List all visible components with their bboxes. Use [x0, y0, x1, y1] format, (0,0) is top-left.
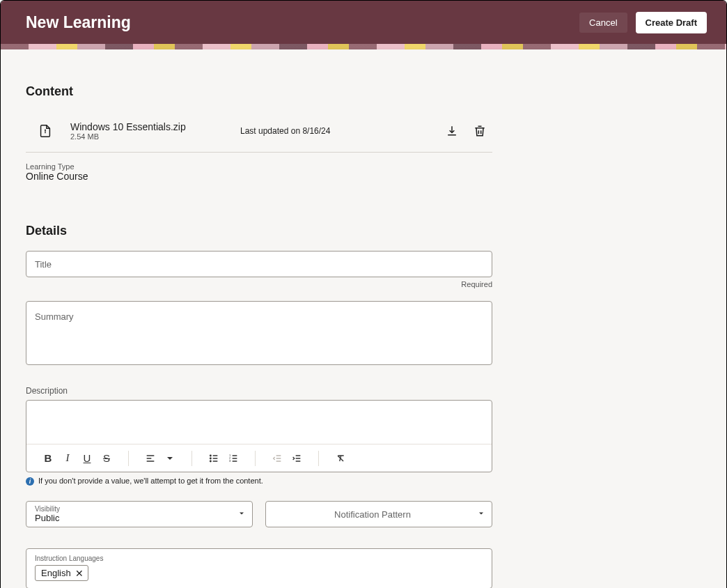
toolbar-divider	[128, 451, 129, 466]
file-updated: Last updated on 8/16/24	[240, 126, 428, 136]
content-file-row: Windows 10 Essentials.zip 2.54 MB Last u…	[26, 118, 492, 153]
svg-point-0	[45, 132, 46, 133]
cancel-button[interactable]: Cancel	[579, 13, 627, 33]
visibility-select[interactable]: Visibility Public	[26, 501, 253, 527]
header-buttons: Cancel Create Draft	[579, 12, 707, 33]
section-title-content: Content	[26, 84, 701, 99]
app-header: New Learning Cancel Create Draft	[1, 1, 726, 44]
summary-input[interactable]	[26, 301, 492, 365]
learning-type-label: Learning Type	[26, 162, 701, 171]
decorative-strip	[1, 44, 726, 49]
language-chip: English ✕	[35, 565, 88, 581]
description-content[interactable]	[26, 401, 492, 444]
instruction-languages-field[interactable]: Instruction Languages English ✕	[26, 548, 492, 588]
toolbar-divider	[318, 451, 319, 466]
instruction-languages-label: Instruction Languages	[35, 555, 483, 562]
svg-text:3: 3	[229, 459, 231, 463]
file-icon	[37, 123, 54, 139]
learning-type-value: Online Course	[26, 171, 701, 182]
number-list-button[interactable]: 123	[224, 449, 242, 467]
svg-point-1	[210, 455, 212, 456]
align-dropdown-button[interactable]	[161, 449, 179, 467]
page-title: New Learning	[26, 13, 131, 32]
section-title-details: Details	[26, 224, 701, 238]
toolbar-divider	[255, 451, 256, 466]
svg-point-2	[210, 458, 212, 459]
visibility-value: Public	[35, 513, 231, 524]
info-icon: i	[26, 477, 34, 486]
outdent-button[interactable]	[268, 449, 286, 467]
title-required-label: Required	[26, 280, 492, 288]
chip-remove-icon[interactable]: ✕	[75, 568, 84, 578]
file-name: Windows 10 Essentials.zip	[70, 121, 224, 132]
toolbar-divider	[191, 451, 192, 466]
language-chip-label: English	[41, 568, 71, 578]
description-editor: B I U S	[26, 400, 492, 472]
file-meta: Windows 10 Essentials.zip 2.54 MB	[70, 121, 224, 141]
visibility-label: Visibility	[35, 505, 231, 513]
align-button[interactable]	[141, 449, 159, 467]
underline-button[interactable]: U	[78, 449, 96, 467]
clear-format-button[interactable]	[331, 449, 350, 467]
indent-button[interactable]	[288, 449, 306, 467]
bullet-list-button[interactable]	[205, 449, 223, 467]
italic-button[interactable]: I	[58, 449, 77, 467]
description-label: Description	[26, 386, 492, 396]
download-button[interactable]	[445, 124, 459, 138]
strikethrough-button[interactable]: S	[97, 449, 116, 467]
create-draft-button[interactable]: Create Draft	[636, 12, 707, 33]
bold-button[interactable]: B	[39, 449, 57, 467]
description-info-text: If you don't provide a value, we'll atte…	[38, 477, 263, 485]
title-input[interactable]	[26, 251, 492, 277]
svg-point-3	[210, 461, 212, 462]
notification-pattern-select[interactable]: Notification Pattern	[265, 501, 492, 527]
editor-toolbar: B I U S	[26, 444, 492, 472]
description-info-row: i If you don't provide a value, we'll at…	[26, 477, 492, 486]
notification-placeholder: Notification Pattern	[334, 509, 411, 520]
learning-type: Learning Type Online Course	[26, 162, 701, 182]
delete-button[interactable]	[473, 124, 487, 138]
file-size: 2.54 MB	[70, 132, 224, 141]
